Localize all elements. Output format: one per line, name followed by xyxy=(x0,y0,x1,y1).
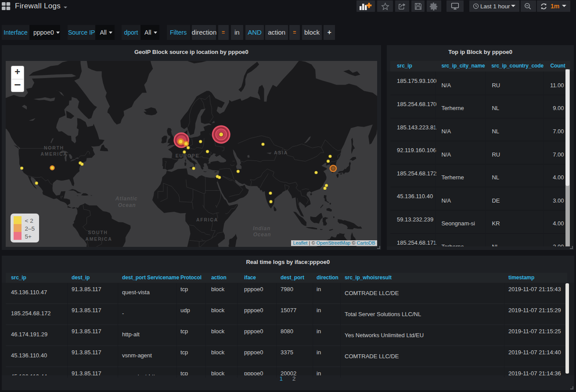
svg-text:Ocean: Ocean xyxy=(253,232,271,238)
svg-text:EUROPE: EUROPE xyxy=(176,153,200,158)
svg-text:AMERICA: AMERICA xyxy=(41,151,68,157)
svg-text:AFRICA: AFRICA xyxy=(196,217,218,222)
svg-text:Atlantic: Atlantic xyxy=(115,196,137,202)
svg-text:Ocean: Ocean xyxy=(118,202,136,208)
svg-text:SOUTH: SOUTH xyxy=(88,230,108,235)
svg-text:ASIA: ASIA xyxy=(274,150,288,155)
svg-text:AMERICA: AMERICA xyxy=(86,236,112,242)
svg-text:Indian: Indian xyxy=(253,225,270,232)
svg-text:NORTH: NORTH xyxy=(44,145,64,150)
